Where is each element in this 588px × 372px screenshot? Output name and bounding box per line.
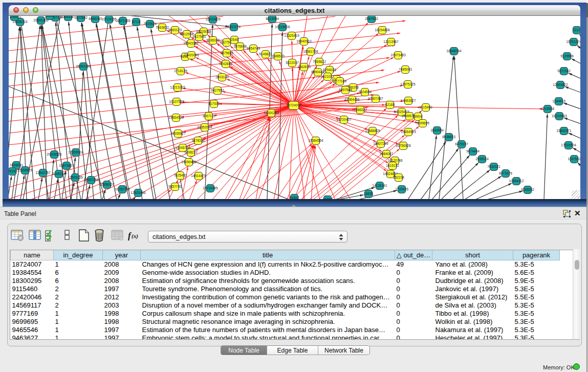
svg-text:10653287: 10653287: [60, 16, 76, 18]
svg-text:8912954: 8912954: [180, 32, 193, 36]
svg-text:1640954: 1640954: [430, 128, 444, 132]
svg-text:7357274: 7357274: [227, 25, 241, 29]
svg-text:18724007: 18724007: [286, 103, 301, 107]
svg-text:11156829: 11156829: [18, 168, 33, 172]
svg-text:1527602: 1527602: [74, 16, 88, 19]
svg-text:10973493: 10973493: [390, 53, 406, 57]
svg-text:6713: 6713: [133, 20, 140, 24]
svg-text:16671355: 16671355: [115, 19, 130, 23]
svg-text:12093822: 12093822: [553, 83, 568, 86]
svg-text:16210643: 16210643: [552, 114, 567, 118]
svg-text:10732: 10732: [323, 198, 333, 199]
svg-text:14914479: 14914479: [191, 174, 206, 178]
svg-text:10719155: 10719155: [101, 17, 117, 21]
svg-text:6479197: 6479197: [455, 142, 468, 146]
svg-text:6497568: 6497568: [339, 88, 352, 92]
svg-text:14099469: 14099469: [181, 160, 197, 164]
svg-text:8938923: 8938923: [442, 135, 455, 139]
svg-text:12942757: 12942757: [35, 171, 51, 174]
svg-text:15692971: 15692971: [556, 129, 572, 133]
svg-text:18640910: 18640910: [296, 39, 312, 43]
svg-text:3267110: 3267110: [202, 114, 215, 118]
svg-text:16154808: 16154808: [375, 28, 390, 32]
svg-text:16120746: 16120746: [387, 159, 403, 162]
svg-text:1145194: 1145194: [52, 172, 66, 176]
svg-text:2876608: 2876608: [233, 45, 247, 48]
svg-text:15716485: 15716485: [203, 186, 218, 190]
svg-text:9777169: 9777169: [333, 79, 346, 83]
svg-text:10107553: 10107553: [169, 100, 184, 103]
svg-text:3875685: 3875685: [220, 51, 233, 55]
svg-text:23300203: 23300203: [264, 111, 279, 115]
svg-text:39153: 39153: [9, 169, 17, 173]
svg-text:7515524: 7515524: [143, 22, 157, 26]
svg-text:9699695: 9699695: [416, 121, 429, 125]
svg-text:19166827: 19166827: [170, 132, 186, 135]
svg-text:17957255: 17957255: [83, 178, 99, 182]
svg-text:19218506: 19218506: [275, 25, 290, 29]
svg-text:16961768: 16961768: [303, 50, 318, 53]
svg-text:12213967: 12213967: [383, 40, 399, 43]
svg-text:19654933: 19654933: [168, 116, 184, 119]
svg-text:7955812: 7955812: [313, 60, 326, 63]
svg-text:10756928: 10756928: [396, 144, 411, 147]
svg-text:16033809: 16033809: [205, 17, 221, 21]
svg-text:317006: 317006: [208, 102, 220, 105]
svg-text:(x): (x): [132, 233, 138, 239]
svg-text:19384554: 19384554: [308, 139, 323, 142]
svg-text:10975867: 10975867: [59, 164, 74, 167]
svg-text:1733426: 1733426: [395, 187, 408, 191]
svg-text:9384067: 9384067: [380, 152, 393, 156]
svg-text:94502: 94502: [290, 196, 299, 199]
svg-text:2935114: 2935114: [475, 157, 489, 161]
svg-text:14136141: 14136141: [372, 184, 387, 187]
svg-text:7625402: 7625402: [173, 173, 187, 177]
svg-text:20891: 20891: [10, 16, 19, 18]
svg-text:5498222: 5498222: [184, 150, 198, 154]
svg-text:8454749: 8454749: [247, 47, 260, 50]
svg-text:10958107: 10958107: [99, 183, 115, 186]
svg-text:1112: 1112: [573, 28, 580, 32]
svg-text:10688609: 10688609: [365, 129, 380, 133]
svg-text:10654112: 10654112: [509, 179, 524, 183]
svg-text:9857791: 9857791: [168, 185, 182, 188]
svg-text:62160: 62160: [385, 103, 395, 106]
svg-text:1244415: 1244415: [552, 99, 565, 103]
svg-text:8471676: 8471676: [499, 171, 512, 175]
svg-text:9327503: 9327503: [192, 35, 206, 38]
svg-text:23420046: 23420046: [184, 53, 199, 57]
svg-text:6466160: 6466160: [89, 17, 102, 20]
svg-text:9115460: 9115460: [419, 105, 432, 109]
svg-text:17016504: 17016504: [561, 143, 576, 147]
svg-text:12213303: 12213303: [170, 85, 185, 89]
svg-text:9904: 9904: [415, 115, 422, 118]
svg-text:8215958: 8215958: [541, 107, 554, 111]
svg-text:15751074: 15751074: [566, 40, 580, 43]
svg-text:9227342: 9227342: [557, 69, 571, 73]
svg-text:16543382: 16543382: [183, 41, 199, 45]
svg-text:6794028: 6794028: [323, 68, 336, 72]
svg-text:14463627: 14463627: [401, 99, 416, 102]
svg-text:9474444: 9474444: [466, 149, 480, 153]
svg-text:7632021: 7632021: [487, 165, 500, 168]
svg-text:21364436: 21364436: [344, 98, 360, 101]
svg-text:7663822: 7663822: [156, 26, 169, 29]
svg-text:9146821: 9146821: [259, 52, 272, 56]
svg-text:3624554: 3624554: [358, 90, 372, 94]
svg-text:1845061: 1845061: [10, 163, 23, 167]
svg-text:20206526: 20206526: [47, 152, 62, 156]
svg-text:16782759: 16782759: [115, 187, 130, 191]
svg-text:8660123: 8660123: [168, 28, 182, 32]
svg-text:26053346: 26053346: [76, 64, 91, 68]
svg-text:1362615: 1362615: [297, 65, 311, 69]
svg-text:7986322: 7986322: [354, 108, 367, 112]
svg-text:15720407: 15720407: [336, 118, 352, 121]
svg-text:13325419: 13325419: [284, 34, 299, 37]
svg-text:18407249: 18407249: [373, 142, 388, 145]
svg-text:11353594: 11353594: [198, 125, 212, 129]
svg-text:10807487: 10807487: [368, 97, 383, 100]
svg-text:252234: 252234: [393, 176, 404, 179]
svg-text:19654923: 19654923: [401, 130, 416, 134]
svg-text:12505135: 12505135: [68, 176, 83, 179]
svg-text:1621022: 1621022: [321, 75, 334, 78]
